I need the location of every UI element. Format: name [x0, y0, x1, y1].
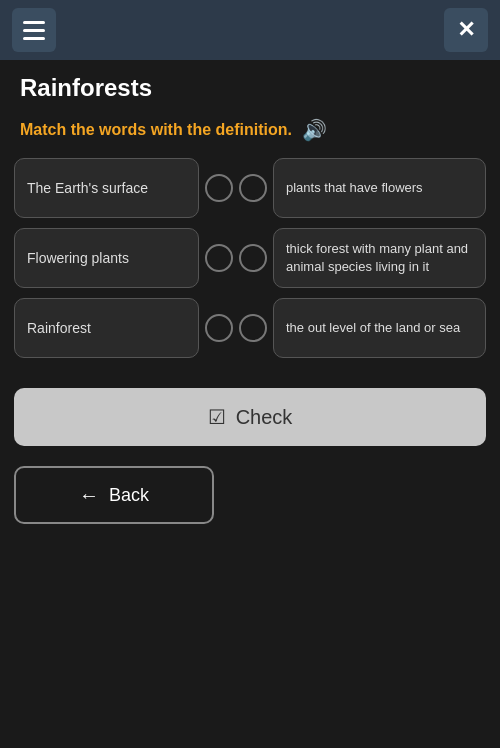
- page-title: Rainforests: [0, 60, 500, 108]
- check-label: Check: [236, 406, 293, 429]
- matching-area: The Earth's surface plants that have flo…: [0, 158, 500, 358]
- check-icon: ☑: [208, 405, 226, 429]
- match-row-3: Rainforest the out level of the land or …: [14, 298, 486, 358]
- left-term-2: Flowering plants: [14, 228, 199, 288]
- left-radio-1[interactable]: [205, 174, 233, 202]
- sound-icon[interactable]: 🔊: [302, 118, 327, 142]
- back-arrow-icon: ←: [79, 484, 99, 507]
- check-button[interactable]: ☑ Check: [14, 388, 486, 446]
- left-radio-3[interactable]: [205, 314, 233, 342]
- back-button[interactable]: ← Back: [14, 466, 214, 524]
- instruction-text: Match the words with the definition.: [20, 121, 292, 139]
- connectors-1: [205, 174, 267, 202]
- match-row-1: The Earth's surface plants that have flo…: [14, 158, 486, 218]
- header: ✕: [0, 0, 500, 60]
- right-radio-1[interactable]: [239, 174, 267, 202]
- right-radio-3[interactable]: [239, 314, 267, 342]
- right-def-3: the out level of the land or sea: [273, 298, 486, 358]
- right-radio-2[interactable]: [239, 244, 267, 272]
- left-radio-2[interactable]: [205, 244, 233, 272]
- connectors-2: [205, 244, 267, 272]
- right-def-1: plants that have flowers: [273, 158, 486, 218]
- back-label: Back: [109, 485, 149, 506]
- right-def-2: thick forest with many plant and animal …: [273, 228, 486, 288]
- instruction-bar: Match the words with the definition. 🔊: [0, 108, 500, 158]
- left-term-3: Rainforest: [14, 298, 199, 358]
- left-term-1: The Earth's surface: [14, 158, 199, 218]
- match-row-2: Flowering plants thick forest with many …: [14, 228, 486, 288]
- close-button[interactable]: ✕: [444, 8, 488, 52]
- connectors-3: [205, 314, 267, 342]
- menu-button[interactable]: [12, 8, 56, 52]
